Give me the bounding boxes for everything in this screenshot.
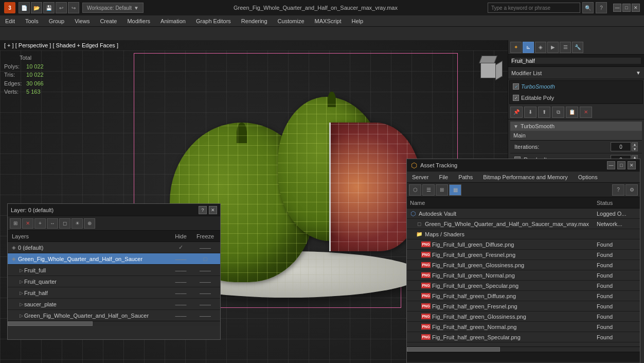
asset-row-8[interactable]: PNGFig_Fruit_half_green_Diffuse.pngFound xyxy=(407,291,640,301)
ts-iterations-down[interactable]: ▼ xyxy=(632,147,638,151)
asset-path-input[interactable] xyxy=(409,354,638,360)
asset-tool-3[interactable]: ⊞ xyxy=(436,184,448,196)
menu-item-modifiers[interactable]: Modifiers xyxy=(122,15,155,26)
layer-help-btn[interactable]: ? xyxy=(199,206,207,214)
asset-maximize-btn[interactable]: □ xyxy=(617,161,625,169)
move-down-btn[interactable]: ⬇ xyxy=(524,107,536,118)
layer-row-6[interactable]: ▷Green_Fig_Whole_Quarter_and_Half_on_Sau… xyxy=(8,310,220,321)
asset-minimize-btn[interactable]: — xyxy=(607,161,615,169)
layer-tool-select[interactable]: ◻ xyxy=(59,218,70,229)
minimize-btn[interactable]: — xyxy=(613,4,621,12)
ts-iterations-spinner[interactable]: ▲ ▼ xyxy=(632,142,638,151)
asset-row-12[interactable]: PNGFig_Fruit_half_green_Specular.pngFoun… xyxy=(407,332,640,342)
asset-menu-bitmap-performance-and-memory[interactable]: Bitmap Performance and Memory xyxy=(478,171,573,182)
move-up-btn[interactable]: ⬆ xyxy=(538,107,550,118)
modifier-editable-poly[interactable]: ✓ Editable Poly xyxy=(510,92,642,103)
modifier-list-bar[interactable]: Modifier List ▼ xyxy=(508,67,644,79)
close-btn[interactable]: ✕ xyxy=(632,4,640,12)
view-cube[interactable] xyxy=(474,56,503,84)
maximize-btn[interactable]: □ xyxy=(622,4,631,12)
menu-item-views[interactable]: Views xyxy=(69,15,95,26)
asset-row-11[interactable]: PNGFig_Fruit_half_green_Normal.pngFound xyxy=(407,322,640,332)
asset-row-1[interactable]: ◻Green_Fig_Whole_Quarter_and_Half_on_Sau… xyxy=(407,219,640,229)
asset-row-9[interactable]: PNGFig_Fruit_half_green_Fresnel.pngFound xyxy=(407,301,640,312)
menu-item-rendering[interactable]: Rendering xyxy=(236,15,273,26)
asset-menu-options[interactable]: Options xyxy=(573,171,603,182)
asset-tool-1[interactable]: ⬡ xyxy=(409,184,421,196)
asset-row-7[interactable]: PNGFig_Fruit_full_green_Specular.pngFoun… xyxy=(407,281,640,291)
asset-row-4[interactable]: PNGFig_Fruit_full_green_Fresnel.pngFound xyxy=(407,250,640,260)
asset-menu-paths[interactable]: Paths xyxy=(453,171,478,182)
menu-item-graph-editors[interactable]: Graph Editors xyxy=(191,15,236,26)
paste-btn[interactable]: 📋 xyxy=(566,107,578,118)
pin-btn[interactable]: 📌 xyxy=(510,107,523,118)
utilities-icon[interactable]: 🔧 xyxy=(572,42,583,53)
modify-icon[interactable]: ⊾ xyxy=(523,42,534,53)
layer-scroll-track[interactable] xyxy=(8,321,220,326)
undo-btn[interactable]: ↩ xyxy=(56,2,67,13)
asset-row-0[interactable]: ⬡Autodesk VaultLogged O... xyxy=(407,209,640,219)
menu-item-help[interactable]: Help xyxy=(347,15,369,26)
workspace-selector[interactable]: Workspace: Default ▼ xyxy=(82,3,144,13)
asset-close-btn[interactable]: ✕ xyxy=(628,161,636,169)
layer-tool-move[interactable]: ↔ xyxy=(47,218,58,229)
asset-menu-file[interactable]: File xyxy=(434,171,453,182)
search-input[interactable] xyxy=(488,3,580,13)
redo-btn[interactable]: ↪ xyxy=(68,2,79,13)
mod-checkbox-turbosmooth[interactable]: ✓ xyxy=(513,83,519,90)
asset-row-5[interactable]: PNGFig_Fruit_full_green_Glossiness.pngFo… xyxy=(407,260,640,270)
layer-row-0[interactable]: ◈0 (default)✓—— xyxy=(8,242,220,253)
menu-item-create[interactable]: Create xyxy=(95,15,122,26)
ts-iterations-up[interactable]: ▲ xyxy=(632,142,638,147)
asset-tool-4[interactable]: ▦ xyxy=(449,184,461,196)
ts-iterations-input[interactable]: 0 xyxy=(611,142,631,151)
asset-scroll-thumb[interactable] xyxy=(407,347,500,352)
menu-item-maxscript[interactable]: MAXScript xyxy=(310,15,347,26)
open-btn[interactable]: 📂 xyxy=(31,2,42,13)
mod-checkbox-editable-poly[interactable]: ✓ xyxy=(513,95,519,101)
asset-scroll-track[interactable] xyxy=(407,347,640,352)
layer-tool-add[interactable]: + xyxy=(34,218,46,229)
asset-tool-settings[interactable]: ⚙ xyxy=(625,184,638,196)
layer-scrollbar[interactable] xyxy=(8,321,220,326)
modifier-turbosmooth[interactable]: ✓ TurboSmooth xyxy=(510,81,642,92)
stats-edges: Edges: 30 066 xyxy=(4,79,44,88)
hierarchy-icon[interactable]: ◈ xyxy=(535,42,546,53)
layer-scroll-thumb[interactable] xyxy=(8,321,93,326)
layer-row-5[interactable]: ▷saucer_plate———— xyxy=(8,299,220,310)
asset-menu-server[interactable]: Server xyxy=(407,171,434,182)
menu-item-customize[interactable]: Customize xyxy=(273,15,310,26)
asset-row-10[interactable]: PNGFig_Fruit_half_green_Glossiness.pngFo… xyxy=(407,312,640,322)
menu-item-animation[interactable]: Animation xyxy=(155,15,191,26)
menu-item-edit[interactable]: Edit xyxy=(0,15,20,26)
layer-row-2[interactable]: ▷Fruit_full———— xyxy=(8,265,220,276)
layer-close-btn[interactable]: ✕ xyxy=(209,206,217,214)
layer-tool-delete[interactable]: ✕ xyxy=(22,218,33,229)
asset-scrollbar[interactable] xyxy=(407,347,640,352)
layer-tool-group[interactable]: ⊕ xyxy=(84,218,95,229)
asset-row-3[interactable]: PNGFig_Fruit_full_green_Diffuse.pngFound xyxy=(407,239,640,250)
menu-item-tools[interactable]: Tools xyxy=(20,15,44,26)
layer-row-3[interactable]: ▷Fruit_quarter———— xyxy=(8,276,220,287)
create-icon[interactable]: ✦ xyxy=(510,42,522,53)
display-icon[interactable]: ☰ xyxy=(560,42,571,53)
help-btn[interactable]: ? xyxy=(596,2,607,13)
layer-tool-1[interactable]: ⊞ xyxy=(10,218,21,229)
layer-row-4[interactable]: ▷Fruit_half———— xyxy=(8,287,220,299)
copy-btn[interactable]: ⧉ xyxy=(552,107,564,118)
save-btn[interactable]: 💾 xyxy=(43,2,55,13)
ts-iterations-row: Iterations: 0 ▲ ▼ xyxy=(510,141,642,153)
asset-row-6[interactable]: PNGFig_Fruit_full_green_Normal.pngFound xyxy=(407,270,640,281)
menu-item-group[interactable]: Group xyxy=(44,15,70,26)
layer-icon-1: ◈ xyxy=(10,256,18,262)
delete-btn[interactable]: ✕ xyxy=(580,107,592,118)
motion-icon[interactable]: ▶ xyxy=(547,42,559,53)
search-btn[interactable]: 🔍 xyxy=(582,2,594,13)
layer-tool-highlight[interactable]: ☀ xyxy=(71,218,83,229)
new-btn[interactable]: 📄 xyxy=(19,2,30,13)
asset-tool-2[interactable]: ☰ xyxy=(422,184,435,196)
object-name-input[interactable] xyxy=(511,58,641,64)
asset-row-2[interactable]: 📁Maps / Shaders xyxy=(407,229,640,239)
layer-row-1[interactable]: ◈Green_Fig_Whole_Quarter_and_Half_on_Sau… xyxy=(8,253,220,265)
asset-tool-help[interactable]: ? xyxy=(612,184,624,196)
